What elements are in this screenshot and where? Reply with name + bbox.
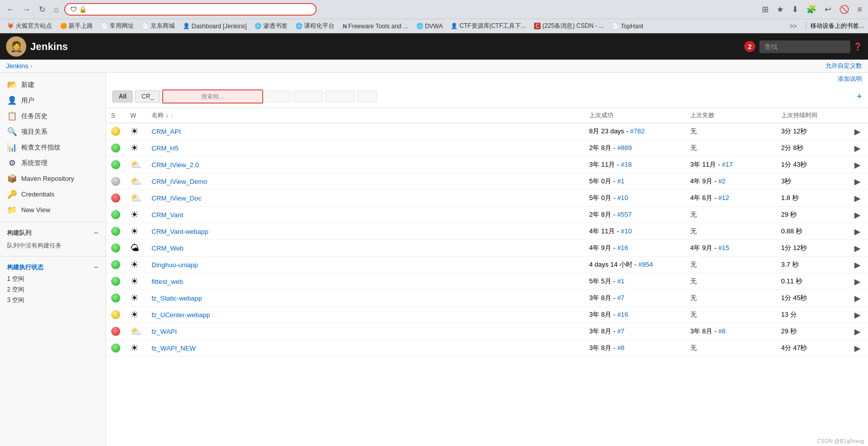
last-success-link[interactable]: #7 [617,327,624,335]
tab-extra4[interactable] [357,90,377,103]
last-success-link[interactable]: #10 [621,227,632,235]
job-link[interactable]: CRM_H5 [152,144,178,152]
download-icon[interactable]: ⬇ [790,4,800,15]
build-button[interactable]: ▶ [852,226,863,237]
job-link[interactable]: CRM_IView_Demo [152,178,207,185]
refresh-button[interactable]: ↻ [36,4,48,15]
job-link[interactable]: fz_WAPI [152,328,177,335]
bookmark-course[interactable]: 🌐 课程化平台 [293,21,337,31]
col-header-last-duration[interactable]: 上次持续时间 [776,108,847,123]
notification-badge[interactable]: 2 [744,41,755,52]
tab-all[interactable]: All [112,90,133,103]
build-button[interactable]: ▶ [852,292,863,304]
last-fail-link[interactable]: #2 [718,177,726,185]
blocked-icon[interactable]: 🚫 [837,4,851,15]
job-link[interactable]: fz_Static-webapp [152,294,202,302]
sidebar-item-new-view[interactable]: 📁 New View [0,202,106,218]
build-button[interactable]: ▶ [852,159,863,170]
bookmark-freeware[interactable]: N Freeware Tools and ... [340,22,411,31]
sidebar-item-users[interactable]: 👤 用户 [0,92,106,108]
col-header-s[interactable]: S [106,108,125,123]
tab-extra2[interactable] [293,90,323,103]
last-success-link[interactable]: #782 [630,127,645,135]
sidebar-item-new[interactable]: 📂 新建 [0,77,106,92]
last-fail-link[interactable]: #17 [722,161,733,168]
build-button[interactable]: ▶ [852,342,863,354]
col-header-last-fail[interactable]: 上次失败 [685,108,776,123]
last-fail-link[interactable]: #12 [718,194,730,202]
last-success-link[interactable]: #7 [617,294,624,302]
bookmark-ctf[interactable]: 👤 CTF资源库|CTF工具下... [448,21,529,31]
build-button[interactable]: ▶ [852,326,863,337]
last-fail-link[interactable]: #15 [718,244,730,252]
build-button[interactable]: ▶ [852,209,863,220]
tab-extra1[interactable] [265,90,291,103]
extension-icon[interactable]: 🧩 [804,4,818,15]
last-success-link[interactable]: #18 [621,161,632,168]
last-success-link[interactable]: #8 [617,344,624,352]
last-success-link[interactable]: #1 [617,277,624,285]
back-button[interactable]: ← [4,4,17,15]
job-link[interactable]: CRM_Vant-webapp [152,228,208,235]
build-executor-collapse[interactable]: – [94,263,99,272]
mobile-bookmarks[interactable]: 移动设备上的书签... [806,22,864,30]
bookmark-csdn[interactable]: C (225条消息) CSDN - ... [531,21,607,31]
more-bookmarks[interactable]: >> [787,22,800,31]
job-link[interactable]: CRM_Web [152,244,183,252]
build-executor-title[interactable]: 构建执行状态 [7,263,43,272]
bookmark-jd[interactable]: 📄 京东商城 [139,21,178,31]
tab-extra3[interactable] [325,90,355,103]
job-link[interactable]: fittest_web [152,278,183,285]
bookmark-newbie[interactable]: 🟠 新手上路 [57,21,96,31]
last-success-link[interactable]: #1 [617,177,624,185]
job-link[interactable]: Dinghuo-uniapp [152,261,198,269]
bookmark-huohu[interactable]: 🦊 火狐官方站点 [4,21,55,31]
bookmark-pentest[interactable]: 🌐 渗透书签 [252,21,291,31]
back-arrow-icon[interactable]: ↩ [823,4,833,15]
build-button[interactable]: ▶ [852,276,863,287]
last-success-link[interactable]: #10 [617,194,629,202]
last-success-link[interactable]: #889 [617,144,632,152]
last-fail-link[interactable]: #8 [718,327,726,335]
build-button[interactable]: ▶ [852,309,863,320]
grid-icon[interactable]: ⊞ [760,4,770,15]
menu-icon[interactable]: ≡ [855,4,864,15]
home-button[interactable]: ⌂ [51,4,61,15]
job-link[interactable]: fz_WAPI_NEW [152,344,196,352]
bookmark-jenkins[interactable]: 👤 Dashboard [Jenkins] [180,22,250,31]
build-button[interactable]: ▶ [852,192,863,204]
add-description-link[interactable]: 添加说明 [838,75,862,82]
build-button[interactable]: ▶ [852,242,863,254]
bookmark-tophant[interactable]: 📄 TopHant [609,22,646,31]
job-link[interactable]: CRM_API [152,128,181,135]
build-button[interactable]: ▶ [852,142,863,154]
sidebar-item-history[interactable]: 📋 任务历史 [0,108,106,124]
url-input[interactable]: ...12180 [89,6,311,13]
last-success-link[interactable]: #16 [617,311,629,318]
sidebar-item-project-rel[interactable]: 🔍 项目关系 [0,124,106,139]
job-link[interactable]: CRM_IView_2.0 [152,161,199,169]
col-header-last-success[interactable]: 上次成功 [584,108,685,123]
job-link[interactable]: CRM_IView_Doc [152,194,202,202]
job-link[interactable]: fz_UCenter-webapp [152,311,210,319]
forward-button[interactable]: → [20,4,33,15]
bookmark-dvwa[interactable]: 🌐 DVWA [413,22,446,31]
col-header-w[interactable]: W [125,108,147,123]
tab-search-highlight[interactable]: 搜索框... [162,89,263,104]
col-header-name[interactable]: 名称 ↓ [147,108,584,123]
user-settings-link[interactable]: 允许自定义数 [826,62,862,70]
job-link[interactable]: CRM_Vant [152,211,183,219]
sidebar-item-maven[interactable]: 📦 Maven Repository [0,171,106,186]
build-button[interactable]: ▶ [852,176,863,187]
build-queue-collapse[interactable]: – [94,228,99,237]
address-bar[interactable]: 🛡 🔒 ...12180 [64,3,317,16]
last-success-link[interactable]: #954 [639,261,653,268]
build-button[interactable]: ▶ [852,126,863,137]
star-icon[interactable]: ★ [775,4,786,15]
header-search-input[interactable] [759,40,850,53]
sidebar-item-sysadmin[interactable]: ⚙ 系统管理 [0,155,106,171]
build-button[interactable]: ▶ [852,259,863,270]
sidebar-item-fingerprint[interactable]: 📊 检查文件指纹 [0,139,106,155]
bookmark-common[interactable]: 📄 常用网址 [98,21,137,31]
tab-cr[interactable]: CR_ [135,90,160,103]
